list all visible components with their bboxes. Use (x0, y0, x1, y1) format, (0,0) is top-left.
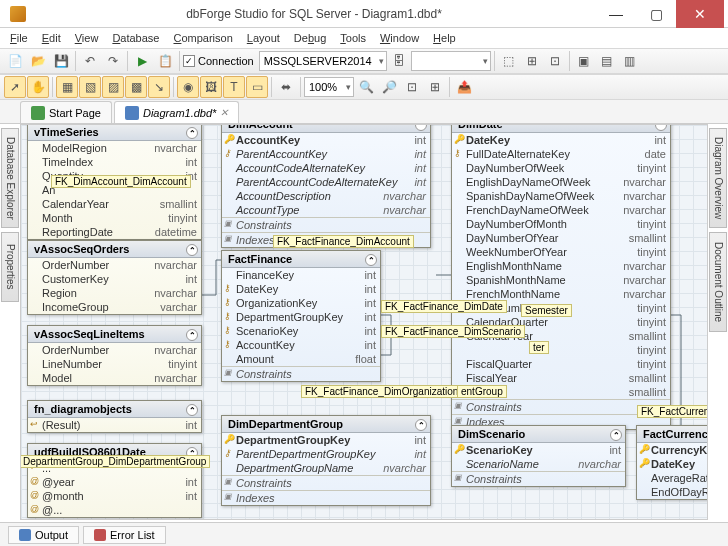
zoom-sel-button[interactable]: ⊞ (424, 76, 446, 98)
fk-departmentgroup[interactable]: DepartmentGroup_DimDepartmentGroup (20, 455, 210, 468)
tool-f[interactable]: ▥ (619, 50, 641, 72)
zoom-fit-button[interactable]: ⊡ (401, 76, 423, 98)
sidetab-doc-outline[interactable]: Document Outline (709, 232, 727, 332)
sidetab-properties[interactable]: Properties (1, 232, 19, 302)
param-icon: @ (30, 476, 40, 486)
tab-diagram[interactable]: Diagram1.dbd* ✕ (114, 101, 239, 123)
maximize-button[interactable]: ▢ (636, 0, 676, 28)
hand-tool[interactable]: ✋ (27, 76, 49, 98)
fk-icon: ⚷ (224, 148, 234, 158)
text-tool[interactable]: T (223, 76, 245, 98)
relation-tool[interactable]: ↘ (148, 76, 170, 98)
entity-dimscenario[interactable]: DimScenario⌃ 🔑ScenarioKeyint ScenarioNam… (451, 425, 626, 487)
redo-button[interactable]: ↷ (102, 50, 124, 72)
undo-button[interactable]: ↶ (79, 50, 101, 72)
menu-window[interactable]: Window (374, 30, 425, 46)
view-tool[interactable]: ▧ (79, 76, 101, 98)
window-title: dbForge Studio for SQL Server - Diagram1… (32, 7, 596, 21)
table-tool[interactable]: ▦ (56, 76, 78, 98)
menu-edit[interactable]: Edit (36, 30, 67, 46)
connection-combo[interactable]: MSSQLSERVER2014 (259, 51, 387, 71)
fk-factfinance-dimscenario[interactable]: FK_FactFinance_DimScenario (381, 325, 525, 338)
minimize-button[interactable]: — (596, 0, 636, 28)
tab-close-icon[interactable]: ✕ (220, 107, 228, 118)
entity-header[interactable]: vTimeSeries⌃ (28, 124, 201, 141)
open-button[interactable]: 📂 (27, 50, 49, 72)
zoom-combo[interactable]: 100% (304, 77, 354, 97)
fk-frag-entgroup[interactable]: entGroup (457, 385, 507, 398)
diagram-canvas[interactable]: vTimeSeries⌃ ModelRegionnvarchar TimeInd… (20, 124, 708, 520)
tool-a[interactable]: ⬚ (498, 50, 520, 72)
menu-view[interactable]: View (69, 30, 105, 46)
entity-fn-diagramobjects[interactable]: fn_diagramobjects⌃ ↩(Result)int (27, 400, 202, 433)
menu-comparison[interactable]: Comparison (167, 30, 238, 46)
image-tool[interactable]: 🖼 (200, 76, 222, 98)
tab-error-list[interactable]: Error List (83, 526, 166, 544)
zoom-in-button[interactable]: 🔎 (378, 76, 400, 98)
menu-debug[interactable]: Debug (288, 30, 332, 46)
menu-file[interactable]: File (4, 30, 34, 46)
return-icon: ↩ (30, 419, 40, 429)
tool-b[interactable]: ⊞ (521, 50, 543, 72)
note-tool[interactable]: ▩ (125, 76, 147, 98)
toolbar-primary: 📄 📂 💾 ↶ ↷ ▶ 📋 ✓ Connection MSSQLSERVER20… (0, 48, 728, 74)
document-tabs: Start Page Diagram1.dbd* ✕ (0, 100, 728, 124)
toolbar-secondary: ➚ ✋ ▦ ▧ ▨ ▩ ↘ ◉ 🖼 T ▭ ⬌ 100% 🔍 🔎 ⊡ ⊞ 📤 (0, 74, 728, 100)
tool-e[interactable]: ▤ (596, 50, 618, 72)
sidetab-db-explorer[interactable]: Database Explorer (1, 128, 19, 228)
run-button[interactable]: ▶ (131, 50, 153, 72)
new-button[interactable]: 📄 (4, 50, 26, 72)
pointer-tool[interactable]: ➚ (4, 76, 26, 98)
fk-factfinance-dimorganization[interactable]: FK_FactFinance_DimOrganization (301, 385, 462, 398)
menu-tools[interactable]: Tools (334, 30, 372, 46)
bottom-tabs: Output Error List (0, 522, 728, 546)
tool-d[interactable]: ▣ (573, 50, 595, 72)
constraints-section[interactable]: Constraints (222, 217, 430, 232)
tab-output[interactable]: Output (8, 526, 79, 544)
output-icon (19, 529, 31, 541)
tool-c[interactable]: ⊡ (544, 50, 566, 72)
sidetab-diagram-overview[interactable]: Diagram Overview (709, 128, 727, 228)
entity-dimdepartmentgroup[interactable]: DimDepartmentGroup⌃ 🔑DepartmentGroupKeyi… (221, 415, 431, 506)
entity-dimaccount[interactable]: DimAccount⌃ 🔑AccountKeyint ⚷ParentAccoun… (221, 124, 431, 248)
menu-help[interactable]: Help (427, 30, 462, 46)
fk-factcurrencyrate[interactable]: FK_FactCurrencyRate_ (637, 405, 708, 418)
proc-tool[interactable]: ▨ (102, 76, 124, 98)
paste-button[interactable]: 📋 (154, 50, 176, 72)
key-icon: 🔑 (224, 134, 234, 144)
entity-vassocseqlineitems[interactable]: vAssocSeqLineItems⌃ OrderNumbernvarchar … (27, 325, 202, 386)
fk-factfinance-dimaccount[interactable]: FK_FactFinance_DimAccount (273, 235, 414, 248)
export-button[interactable]: 📤 (453, 76, 475, 98)
connection-label: Connection (198, 55, 254, 67)
entity-vassocseqorders[interactable]: vAssocSeqOrders⌃ OrderNumbernvarchar Cus… (27, 240, 202, 315)
collapse-icon[interactable]: ⌃ (186, 127, 198, 139)
stamp-tool[interactable]: ◉ (177, 76, 199, 98)
title-bar: dbForge Studio for SQL Server - Diagram1… (0, 0, 728, 28)
save-button[interactable]: 💾 (50, 50, 72, 72)
fk-dimaccount-dimaccount[interactable]: FK_DimAccount_DimAccount (51, 175, 191, 188)
connection-check[interactable]: ✓ (183, 55, 195, 67)
diagram-icon (125, 106, 139, 120)
fk-factfinance-dimdate[interactable]: FK_FactFinance_DimDate (381, 300, 507, 313)
db-button[interactable]: 🗄 (388, 50, 410, 72)
container-tool[interactable]: ▭ (246, 76, 268, 98)
tab-start-page[interactable]: Start Page (20, 101, 112, 123)
entity-factfinance[interactable]: FactFinance⌃ FinanceKeyint ⚷DateKeyint ⚷… (221, 250, 381, 382)
zoom-out-button[interactable]: 🔍 (355, 76, 377, 98)
menu-database[interactable]: Database (106, 30, 165, 46)
start-page-icon (31, 106, 45, 120)
fk-frag-ter[interactable]: ter (529, 341, 549, 354)
close-button[interactable]: ✕ (676, 0, 724, 28)
fk-frag-semester[interactable]: Semester (521, 304, 572, 317)
entity-factcurrencyrate[interactable]: FactCurrencyRate⌃ 🔑CurrencyKeyint 🔑DateK… (636, 425, 708, 500)
menu-bar: File Edit View Database Comparison Layou… (0, 28, 728, 48)
error-icon (94, 529, 106, 541)
menu-layout[interactable]: Layout (241, 30, 286, 46)
app-icon (10, 6, 26, 22)
db-combo[interactable] (411, 51, 491, 71)
autosize-button[interactable]: ⬌ (275, 76, 297, 98)
